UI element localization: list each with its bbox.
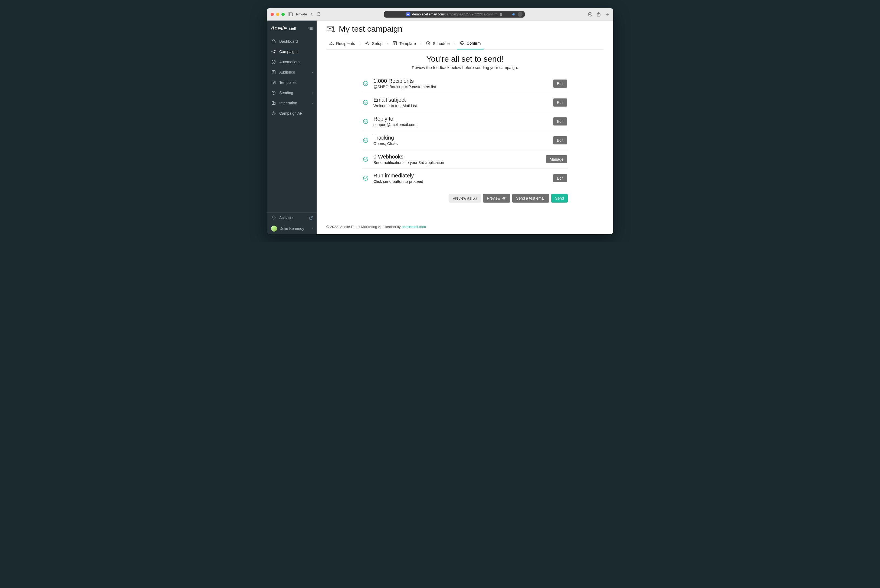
browser-toolbar: Private demo.acellemail.com/campaigns/61… [267,8,613,21]
item-title: 1,000 Recipients [374,78,548,84]
browser-window: Private demo.acellemail.com/campaigns/61… [267,8,613,234]
chevron-right-icon: › [312,227,313,230]
eye-icon [502,197,506,200]
download-icon[interactable] [588,12,592,16]
collapse-sidebar-icon[interactable] [308,27,313,30]
step-label: Recipients [336,41,355,46]
button-label: Preview [487,196,500,200]
site-favicon [406,12,410,16]
footer-text: © 2022. Acelle Email Marketing Applicati… [326,225,402,229]
footer: © 2022. Acelle Email Marketing Applicati… [326,217,604,229]
item-title: Tracking [374,135,548,141]
layout-icon [392,41,397,46]
sidebar-item-sending[interactable]: Sending › [267,88,317,98]
sidebar-item-integration[interactable]: Integration › [267,98,317,108]
minimize-window-button[interactable] [276,13,279,16]
shield-icon [271,60,276,64]
manage-button[interactable]: Manage [546,155,567,164]
confirm-item-subject: Email subjectWelcome to test Mail List E… [362,93,568,112]
user-name: Jolie Kennedy [280,226,304,231]
sidebar-item-campaign-api[interactable]: Campaign API [267,108,317,118]
step-schedule[interactable]: Schedule [423,38,452,49]
brand: Acelle Mail [267,21,317,36]
check-circle-icon [460,40,464,45]
sidebar-toggle-icon[interactable] [288,12,293,16]
close-window-button[interactable] [270,13,274,16]
svg-point-24 [330,42,332,43]
check-circle-icon [363,81,369,87]
svg-point-33 [504,198,505,199]
sidebar-item-dashboard[interactable]: Dashboard [267,36,317,46]
svg-point-14 [272,71,273,72]
confirm-item-recipients: 1,000 Recipients@SHBC Banking VIP custom… [362,74,568,93]
new-tab-icon[interactable] [605,12,610,16]
reload-button[interactable] [317,12,321,16]
brand-name: Acelle [270,25,287,32]
edit-button[interactable]: Edit [553,80,567,88]
clock-icon [426,41,431,46]
item-desc: support@acellemail.com [374,123,548,127]
edit-button[interactable]: Edit [553,99,567,106]
private-label: Private [296,12,307,16]
step-template[interactable]: Template [390,38,419,49]
sidebar-item-audience[interactable]: Audience › [267,67,317,77]
edit-button[interactable]: Edit [553,117,567,126]
step-confirm[interactable]: Confirm [457,38,484,50]
sub-headline: Review the feedback below before sending… [326,65,604,70]
people-icon [329,41,334,46]
sidebar-item-label: Automations [279,60,300,64]
step-label: Setup [372,41,382,46]
footer-link[interactable]: acellemail.com [402,225,426,229]
chevron-right-icon: › [419,41,423,45]
url-path: /campaigns/612779c222fca/confirm [444,12,497,16]
send-button[interactable]: Send [551,194,568,202]
home-icon [271,39,276,44]
history-icon [271,215,276,220]
action-bar: Preview as Preview Send a test email Sen… [362,194,568,202]
svg-rect-3 [500,14,502,16]
send-test-button[interactable]: Send a test email [512,194,549,202]
edit-button[interactable]: Edit [553,174,567,182]
share-icon[interactable] [597,12,601,16]
sending-icon [271,90,276,95]
sidebar-item-campaigns[interactable]: Campaigns [267,46,317,57]
sidebar-item-activities[interactable]: Activities [267,213,317,223]
preview-button[interactable]: Preview [483,194,510,202]
chevron-right-icon: › [312,101,313,105]
preview-as-button[interactable]: Preview as [449,194,481,202]
edit-button[interactable]: Edit [553,136,567,144]
sidebar-bottom: Activities Jolie Kennedy › [267,212,317,234]
svg-point-19 [273,112,274,114]
sidebar-item-automations[interactable]: Automations [267,57,317,67]
svg-point-26 [367,42,368,44]
url-bar[interactable]: demo.acellemail.com/campaigns/612779c222… [384,11,525,18]
chevron-right-icon: › [312,70,313,74]
brand-sub: Mail [289,27,296,31]
edit-icon [271,80,276,85]
button-label: Preview as [453,196,471,200]
step-recipients[interactable]: Recipients [326,38,358,49]
audience-icon [271,70,276,75]
svg-point-25 [332,42,333,43]
step-setup[interactable]: Setup [362,38,385,49]
svg-rect-15 [272,81,275,84]
gear-icon [365,41,369,46]
page-title: My test campaign [339,24,402,33]
sidebar: Acelle Mail Dashboard Campaigns Automati… [267,21,317,234]
sidebar-item-label: Integration [279,101,297,105]
step-label: Template [399,41,416,46]
chevron-right-icon: › [385,41,390,45]
svg-rect-17 [272,102,274,105]
sidebar-item-templates[interactable]: Templates [267,77,317,88]
sidebar-item-user[interactable]: Jolie Kennedy › [267,223,317,234]
gear-icon [271,111,276,116]
svg-rect-0 [288,13,293,16]
confirm-item-webhooks: 0 WebhooksSend notifications to your 3rd… [362,150,568,169]
maximize-window-button[interactable] [281,13,285,16]
more-icon[interactable]: ⋯ [518,12,523,17]
item-title: Run immediately [374,172,548,179]
svg-rect-27 [393,42,397,45]
integration-icon [271,100,276,105]
back-button[interactable] [310,12,313,16]
sound-icon[interactable] [512,13,516,16]
